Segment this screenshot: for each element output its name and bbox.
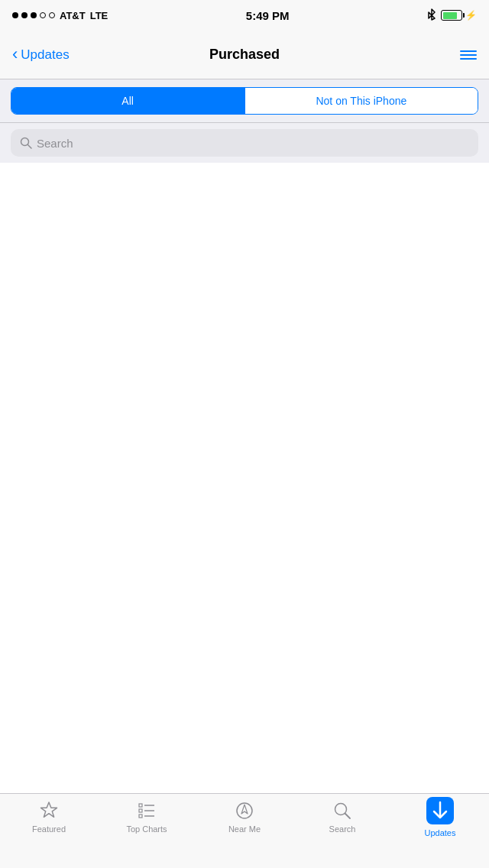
svg-rect-4 bbox=[139, 809, 142, 812]
bluetooth-icon bbox=[427, 8, 436, 23]
menu-line-1 bbox=[460, 50, 477, 52]
back-label: Updates bbox=[21, 47, 69, 63]
signal-dot-4 bbox=[40, 12, 46, 18]
search-bar[interactable]: Search bbox=[11, 129, 478, 157]
content-area bbox=[0, 163, 489, 817]
network-label: LTE bbox=[90, 10, 108, 21]
tab-top-charts[interactable]: Top Charts bbox=[98, 800, 196, 834]
battery-fill bbox=[443, 12, 457, 19]
status-time: 5:49 PM bbox=[246, 9, 290, 22]
battery-indicator: ⚡ bbox=[441, 10, 477, 21]
back-button[interactable]: ‹ Updates bbox=[12, 47, 70, 63]
status-bar: AT&T LTE 5:49 PM ⚡ bbox=[0, 0, 489, 31]
updates-tab-icon bbox=[426, 796, 455, 825]
tab-updates[interactable]: Updates bbox=[391, 800, 489, 837]
tab-search-label: Search bbox=[329, 824, 356, 834]
signal-dot-2 bbox=[21, 12, 28, 18]
location-icon bbox=[234, 800, 255, 821]
segmented-control: All Not on This iPhone bbox=[11, 87, 478, 115]
signal-dot-5 bbox=[49, 12, 55, 18]
menu-line-3 bbox=[460, 58, 477, 60]
search-placeholder: Search bbox=[37, 137, 73, 150]
nav-bar: ‹ Updates Purchased bbox=[0, 31, 489, 79]
signal-dot-1 bbox=[12, 12, 18, 18]
search-icon bbox=[20, 137, 32, 149]
svg-line-11 bbox=[345, 814, 351, 819]
page-title: Purchased bbox=[209, 47, 280, 63]
battery-body bbox=[441, 10, 462, 21]
signal-dot-3 bbox=[31, 12, 37, 18]
status-right: ⚡ bbox=[427, 8, 477, 23]
segment-all[interactable]: All bbox=[11, 88, 244, 114]
tab-near-me[interactable]: Near Me bbox=[196, 800, 293, 834]
tab-search[interactable]: Search bbox=[293, 800, 391, 834]
tab-near-me-label: Near Me bbox=[228, 824, 261, 834]
tab-featured-label: Featured bbox=[32, 824, 66, 834]
status-left: AT&T LTE bbox=[12, 10, 108, 21]
tab-top-charts-label: Top Charts bbox=[126, 824, 167, 834]
search-tab-icon bbox=[332, 800, 353, 821]
svg-rect-6 bbox=[139, 815, 142, 818]
star-icon bbox=[38, 800, 60, 821]
svg-marker-9 bbox=[241, 805, 248, 814]
segmented-control-wrapper: All Not on This iPhone bbox=[0, 79, 489, 123]
tab-bar: Featured Top Charts Near Me bbox=[0, 793, 489, 868]
svg-line-1 bbox=[28, 145, 32, 149]
svg-rect-2 bbox=[139, 804, 142, 807]
segment-not-on-iphone[interactable]: Not on This iPhone bbox=[245, 88, 478, 114]
search-wrapper: Search bbox=[0, 123, 489, 163]
back-chevron-icon: ‹ bbox=[12, 46, 18, 63]
charging-icon: ⚡ bbox=[465, 10, 477, 21]
tab-featured[interactable]: Featured bbox=[0, 800, 98, 834]
menu-line-2 bbox=[460, 54, 477, 56]
menu-button[interactable] bbox=[460, 50, 477, 60]
carrier-label: AT&T bbox=[60, 10, 86, 21]
list-icon bbox=[136, 800, 157, 821]
tab-updates-label: Updates bbox=[425, 828, 456, 837]
signal-dots bbox=[12, 12, 55, 18]
